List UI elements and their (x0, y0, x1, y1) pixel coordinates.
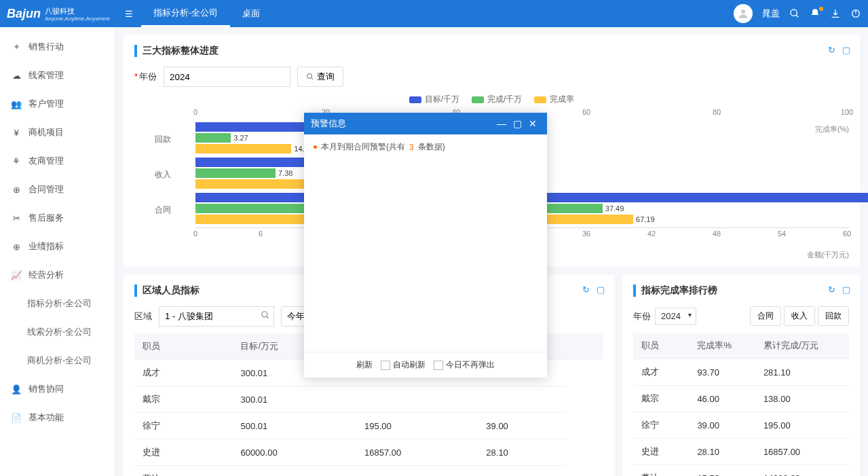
svg-line-2 (796, 15, 798, 17)
sidebar-item[interactable]: 👥客户管理 (0, 90, 115, 118)
expand-icon[interactable]: ▢ (597, 285, 605, 295)
alert-modal: 预警信息 — ▢ ✕ 本月到期合同预警(共有 3 条数据) 刷新 自动刷新 今日… (304, 113, 547, 378)
close-icon[interactable]: ✕ (525, 118, 540, 129)
table-row[interactable]: 徐宁500.01195.0039.00 (134, 413, 603, 439)
panel-ranking: 指标完成率排行榜 ↻ ▢ 年份 2024 合同收入回款 职员完成率%累计完成/万… (622, 275, 860, 476)
year-select[interactable]: 2024 (655, 308, 696, 325)
sidebar-icon: ¥ (11, 128, 22, 138)
top-tabs: 指标分析-全公司 桌面 (141, 0, 272, 27)
svg-line-6 (312, 78, 314, 80)
sidebar-icon: 📈 (11, 270, 22, 280)
user-name[interactable]: 晁盖 (762, 7, 780, 20)
legend-item[interactable]: 完成率 (534, 94, 574, 105)
bell-icon[interactable] (810, 8, 820, 19)
sidebar-icon: ☁ (11, 71, 22, 81)
sidebar-item[interactable]: ☁线索管理 (0, 61, 115, 90)
sidebar-item[interactable]: ⌖销售行动 (0, 33, 115, 61)
metric-btn[interactable]: 回款 (818, 306, 849, 326)
sidebar-item[interactable]: ⚘友商管理 (0, 147, 115, 175)
bar-done: 3.27 (195, 133, 231, 143)
svg-point-1 (791, 10, 797, 16)
auto-refresh-checkbox[interactable]: 自动刷新 (381, 359, 426, 371)
panel-title: 指标完成率排行榜 (633, 285, 849, 297)
avatar[interactable] (734, 4, 753, 23)
sidebar-icon: ⊕ (11, 242, 22, 252)
header-right: 晁盖 (734, 4, 861, 23)
search-icon[interactable] (261, 310, 270, 320)
table-row[interactable]: 徐宁39.00195.00 (633, 412, 849, 439)
notification-dot (819, 7, 823, 11)
expand-icon[interactable]: ▢ (842, 285, 850, 295)
sidebar-item[interactable]: ¥商机项目 (0, 118, 115, 147)
sidebar-subitem[interactable]: 线索分析-全公司 (0, 318, 115, 346)
table-row[interactable]: 萧让15.5614000.00 (633, 465, 849, 477)
svg-point-0 (741, 10, 745, 14)
sidebar-icon: 👤 (11, 384, 22, 395)
table-row[interactable]: 戴宗300.01 (134, 386, 603, 413)
sidebar-item[interactable]: ⊕合同管理 (0, 175, 115, 204)
sidebar-icon: ✂ (11, 213, 22, 223)
alert-line[interactable]: 本月到期合同预警(共有 3 条数据) (314, 141, 537, 153)
legend-item[interactable]: 目标/千万 (409, 94, 459, 105)
no-popup-checkbox[interactable]: 今日不再弹出 (434, 359, 495, 371)
metric-btn[interactable]: 合同 (750, 306, 781, 326)
table-row[interactable]: 戴宗46.00138.00 (633, 386, 849, 412)
sidebar-item[interactable]: 👤销售协同 (0, 375, 115, 403)
bullet-icon (314, 145, 317, 149)
modal-header[interactable]: 预警信息 — ▢ ✕ (304, 113, 547, 134)
sidebar-icon: ⚘ (11, 156, 22, 166)
panel-title: 三大指标整体进度 (134, 45, 849, 57)
modal-title: 预警信息 (311, 117, 493, 130)
power-icon[interactable] (850, 8, 861, 19)
year-input[interactable] (164, 67, 290, 87)
refresh-icon[interactable]: ↻ (828, 45, 835, 55)
query-button[interactable]: 查询 (297, 67, 343, 87)
sidebar-icon: 📄 (11, 413, 22, 423)
region-label: 区域 (134, 310, 152, 323)
table-row[interactable]: 史进60000.0016857.0028.10 (134, 439, 603, 466)
sidebar-icon: ⊕ (11, 185, 22, 195)
maximize-icon[interactable]: ▢ (510, 118, 525, 129)
refresh-icon[interactable]: ↻ (828, 285, 835, 295)
tab-indicator-analysis[interactable]: 指标分析-全公司 (141, 0, 230, 27)
sidebar-item[interactable]: 📄基本功能 (0, 403, 115, 432)
menu-toggle-icon[interactable]: ☰ (125, 9, 133, 19)
sidebar-item[interactable]: 📈经营分析 (0, 261, 115, 289)
svg-line-8 (267, 316, 269, 318)
table-row[interactable]: 史进28.1016857.00 (633, 439, 849, 465)
table-row[interactable]: 成才93.70281.10 (633, 359, 849, 386)
refresh-link[interactable]: 刷新 (356, 359, 373, 371)
bottom-axis-label: 金额(千万元) (807, 250, 849, 260)
sidebar-item[interactable]: ⊕业绩指标 (0, 232, 115, 261)
download-icon[interactable] (830, 8, 841, 19)
year-label: 年份 (134, 71, 157, 83)
minimize-icon[interactable]: — (493, 118, 510, 129)
refresh-icon[interactable]: ↻ (582, 285, 590, 295)
expand-icon[interactable]: ▢ (842, 45, 850, 55)
sidebar-icon: ⌖ (11, 41, 22, 52)
table-row[interactable]: 萧让90000.0114000.0015.56 (134, 466, 603, 477)
year-label: 年份 (633, 310, 651, 323)
sidebar-subitem[interactable]: 商机分析-全公司 (0, 346, 115, 375)
logo: Bajun 八骏科技 Anyone,Anytime,Anywhere (7, 6, 117, 22)
sidebar-item[interactable]: ✂售后服务 (0, 204, 115, 232)
sidebar-subitem[interactable]: 指标分析-全公司 (0, 289, 115, 318)
bar-done: 7.38 (195, 168, 276, 178)
tab-desktop[interactable]: 桌面 (230, 0, 272, 27)
svg-point-7 (262, 312, 267, 317)
svg-point-5 (307, 74, 312, 79)
brand-cn: 八骏科技 Anyone,Anytime,Anywhere (45, 6, 110, 22)
ranking-table: 职员完成率%累计完成/万元 成才93.70281.10戴宗46.00138.00… (633, 333, 849, 476)
query-row: 年份 查询 (134, 67, 849, 87)
search-icon[interactable] (789, 8, 800, 19)
region-input[interactable] (159, 306, 274, 327)
header: Bajun 八骏科技 Anyone,Anytime,Anywhere ☰ 指标分… (0, 0, 868, 27)
legend-item[interactable]: 完成/千万 (472, 94, 522, 105)
bar-rate: 14.72 (195, 144, 291, 153)
sidebar: ⌖销售行动☁线索管理👥客户管理¥商机项目⚘友商管理⊕合同管理✂售后服务⊕业绩指标… (0, 27, 115, 476)
chart-legend: 目标/千万完成/千万完成率 (134, 94, 849, 105)
brand-main: Bajun (7, 7, 41, 21)
sidebar-icon: 👥 (11, 99, 22, 109)
metric-btn[interactable]: 收入 (784, 306, 815, 326)
